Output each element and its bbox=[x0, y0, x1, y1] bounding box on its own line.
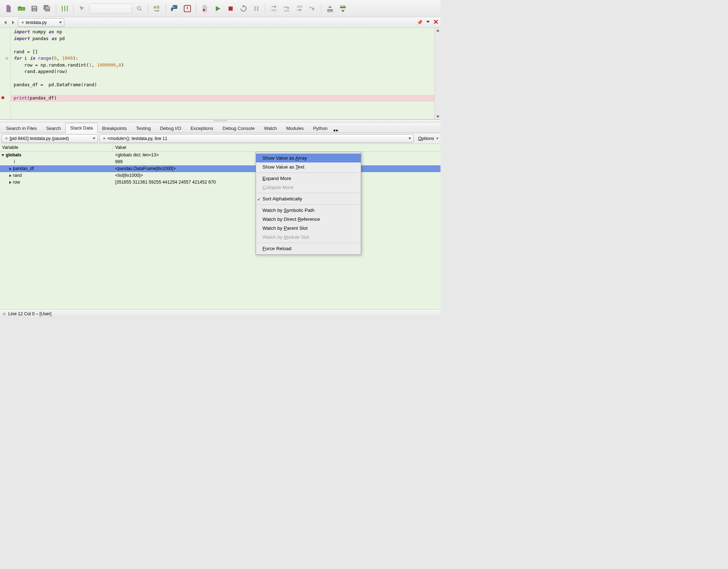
code-line[interactable]: pandas_df = pd.DataFrame(rand) bbox=[11, 82, 434, 88]
new-file-icon[interactable] bbox=[3, 3, 14, 14]
code-editor[interactable]: ⊟ import numpy as npimport pandas as pdr… bbox=[0, 28, 441, 120]
context-menu-item[interactable]: Show Value as Array bbox=[256, 154, 361, 162]
search-input[interactable] bbox=[89, 4, 132, 14]
fold-marker-icon[interactable]: ⊟ bbox=[6, 56, 8, 60]
variable-name: rand bbox=[13, 172, 22, 179]
editor-tabbar: ★ testdata.py 📌 bbox=[0, 17, 441, 28]
indent-icon[interactable] bbox=[59, 3, 70, 14]
variable-row[interactable]: row[351655 311361 59255 441254 24557 421… bbox=[0, 179, 441, 186]
svg-rect-18 bbox=[340, 7, 346, 8]
tab-filename: testdata.py bbox=[26, 20, 47, 25]
pause-icon[interactable] bbox=[251, 3, 262, 14]
bottom-tab-stack-data[interactable]: Stack Data bbox=[65, 123, 98, 133]
context-menu-item[interactable]: Force Reload bbox=[256, 244, 361, 253]
value-column-header[interactable]: Value bbox=[113, 144, 441, 151]
save-icon[interactable] bbox=[29, 3, 40, 14]
options-button[interactable]: OOptionsptions bbox=[415, 136, 439, 141]
context-menu-item[interactable]: ✓Sort Alphabetically bbox=[256, 194, 361, 203]
breakpoint-toggle-icon[interactable] bbox=[199, 3, 211, 14]
svg-rect-14 bbox=[297, 5, 302, 8]
bottom-tab-python[interactable]: Python bbox=[309, 123, 332, 133]
bottom-tab-exceptions[interactable]: Exceptions bbox=[186, 123, 218, 133]
code-line[interactable]: import pandas as pd bbox=[11, 35, 434, 42]
scroll-down-icon[interactable] bbox=[436, 115, 440, 118]
context-menu-item[interactable]: Watch by Direct Reference bbox=[256, 215, 361, 224]
variables-header: Variable Value bbox=[0, 144, 441, 152]
nav-back-icon[interactable] bbox=[2, 19, 9, 26]
svg-rect-9 bbox=[228, 6, 233, 11]
code-line[interactable]: import numpy as np bbox=[11, 29, 434, 35]
open-folder-icon[interactable] bbox=[16, 3, 27, 14]
editor-gutter[interactable]: ⊟ bbox=[0, 28, 11, 119]
restart-icon[interactable] bbox=[238, 3, 249, 14]
bottom-tab-testing[interactable]: Testing bbox=[131, 123, 155, 133]
variable-row[interactable]: i999 bbox=[0, 159, 441, 165]
context-menu-item: Watch by Module Slot bbox=[256, 233, 361, 242]
bottom-tab-search[interactable]: Search bbox=[41, 123, 65, 133]
os-shell-icon[interactable] bbox=[182, 3, 193, 14]
code-line[interactable] bbox=[11, 42, 434, 49]
svg-rect-12 bbox=[271, 9, 277, 11]
python-shell-icon[interactable] bbox=[169, 3, 180, 14]
code-area[interactable]: import numpy as npimport pandas as pdran… bbox=[11, 28, 434, 119]
variable-column-header[interactable]: Variable bbox=[0, 144, 113, 151]
bottom-tab-modules[interactable]: Modules bbox=[281, 123, 308, 133]
context-menu-separator bbox=[256, 172, 360, 173]
bottom-tab-watch[interactable]: Watch bbox=[259, 123, 281, 133]
statusbar: ✳ Line 12 Col 0 – [User] bbox=[0, 309, 441, 318]
stack-down-icon[interactable] bbox=[337, 3, 349, 14]
variable-row[interactable]: rand<list[8x1000]> bbox=[0, 172, 441, 179]
cursor-select-icon[interactable] bbox=[77, 3, 88, 14]
svg-rect-15 bbox=[327, 9, 333, 11]
step-out-icon[interactable] bbox=[294, 3, 305, 14]
disclosure-right-icon[interactable] bbox=[9, 167, 11, 170]
stack-up-icon[interactable] bbox=[324, 3, 336, 14]
code-line[interactable] bbox=[11, 88, 434, 95]
disclosure-down-icon[interactable] bbox=[1, 154, 4, 156]
close-tab-icon[interactable] bbox=[433, 19, 438, 25]
bottom-tab-breakpoints[interactable]: Breakpoints bbox=[98, 123, 132, 133]
step-over-icon[interactable] bbox=[281, 3, 292, 14]
context-menu-item[interactable]: Expand More bbox=[256, 174, 361, 183]
code-line[interactable]: print(pandas_df) bbox=[11, 95, 434, 102]
svg-point-3 bbox=[137, 6, 141, 10]
save-all-icon[interactable] bbox=[41, 3, 53, 14]
file-tab-selector[interactable]: ★ testdata.py bbox=[18, 18, 64, 27]
variable-name: i bbox=[14, 159, 15, 165]
variables-body[interactable]: globals<globals dict; len=13>i999pandas_… bbox=[0, 152, 441, 309]
bottom-tab-debug-console[interactable]: Debug Console bbox=[218, 123, 260, 133]
code-line[interactable]: rand = [] bbox=[11, 49, 434, 55]
search-icon[interactable] bbox=[134, 3, 145, 14]
code-line[interactable] bbox=[11, 75, 434, 82]
frame-selector[interactable]: ★ <module>(): testdata.py, line 11 bbox=[99, 134, 414, 143]
tab-scroll-right-icon[interactable]: ▸ bbox=[336, 127, 339, 133]
step-into-icon[interactable] bbox=[268, 3, 280, 14]
context-menu-item[interactable]: Watch by Parent Slot bbox=[256, 224, 361, 233]
tab-scroll-left-icon[interactable]: ◂ bbox=[333, 127, 335, 133]
nav-forward-icon[interactable] bbox=[10, 19, 16, 26]
code-line[interactable]: row = np.random.randint(1, 1000000,8) bbox=[11, 62, 434, 69]
vertical-scrollbar[interactable] bbox=[434, 28, 441, 119]
bottom-tab-search-in-files[interactable]: Search in Files bbox=[1, 123, 41, 133]
process-selector[interactable]: ✳ [pid 8442] testdata.py (paused) bbox=[1, 134, 98, 143]
context-menu-item[interactable]: Show Value as Text bbox=[256, 162, 361, 171]
bottom-tab-debug-i-o[interactable]: Debug I/O bbox=[156, 123, 186, 133]
context-menu-separator bbox=[256, 243, 360, 243]
stop-icon[interactable] bbox=[225, 3, 236, 14]
run-icon[interactable] bbox=[212, 3, 223, 14]
disclosure-right-icon[interactable] bbox=[9, 181, 11, 184]
splitter-handle[interactable] bbox=[0, 120, 441, 122]
context-menu-item[interactable]: Watch by Symbolic Path bbox=[256, 206, 361, 215]
code-line[interactable]: for i in range(0, 1000): bbox=[11, 55, 434, 62]
pin-icon[interactable]: 📌 bbox=[417, 20, 423, 25]
variable-row[interactable]: globals<globals dict; len=13> bbox=[0, 152, 441, 159]
disclosure-right-icon[interactable] bbox=[9, 174, 11, 177]
code-line[interactable]: rand.append(row) bbox=[11, 68, 434, 75]
breakpoint-marker-icon[interactable] bbox=[1, 96, 4, 99]
bottom-tab-strip: Search in FilesSearchStack DataBreakpoin… bbox=[0, 122, 441, 133]
scroll-up-icon[interactable] bbox=[436, 29, 440, 33]
chevron-down-icon[interactable] bbox=[426, 19, 431, 25]
step-return-icon[interactable] bbox=[307, 3, 318, 14]
variable-row[interactable]: pandas_df<pandas.DataFrame[8x1000]> bbox=[0, 165, 441, 172]
refactor-icon[interactable]: AB bbox=[151, 3, 163, 14]
